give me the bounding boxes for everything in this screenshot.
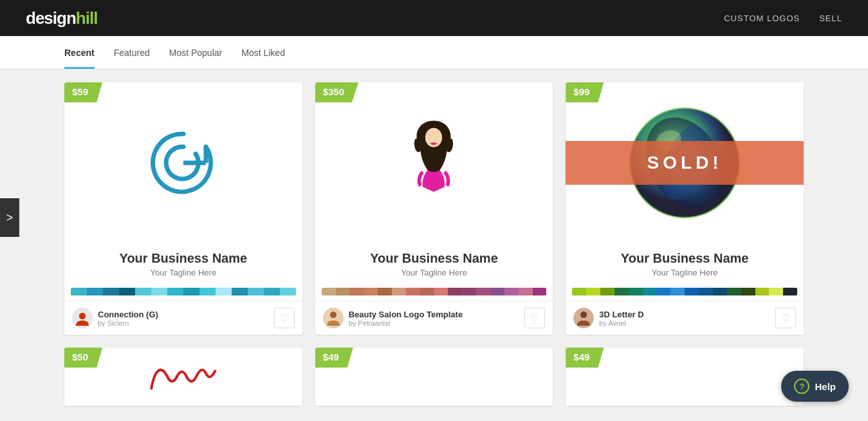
card-price-2: $350 [315, 82, 358, 102]
help-label: Help [815, 381, 836, 392]
card-image-partial-3 [566, 348, 804, 406]
header: designhill CUSTOM LOGOS SELL [0, 0, 868, 36]
card-business-2: Your Business Name Your Tagline Here [315, 243, 553, 283]
card-footer-2: Beauty Salon Logo Template by Petraartis… [315, 301, 553, 335]
author-avatar-3 [573, 308, 594, 328]
heart-button-1[interactable]: ♡ [274, 308, 295, 328]
cards-grid-partial: $50 $49 $49 [64, 348, 804, 406]
tab-most-liked[interactable]: Most Liked [241, 36, 285, 69]
logo-title-3: 3D Letter D [599, 310, 643, 319]
card-beauty-salon: $350 Your Business Name [315, 82, 553, 335]
tab-recent[interactable]: Recent [64, 36, 95, 69]
tab-most-popular[interactable]: Most Popular [169, 36, 222, 69]
sold-text: SOLD! [647, 153, 723, 173]
color-palette-3 [572, 288, 797, 295]
business-tagline-3: Your Tagline Here [572, 268, 797, 277]
card-partial-3: $49 [566, 348, 804, 406]
card-price-partial-3: $49 [566, 348, 604, 368]
cards-grid: $59 Your Business Name Your Tagline Here [64, 82, 804, 335]
card-price-1: $59 [64, 82, 102, 102]
logo-title-2: Beauty Salon Logo Template [349, 310, 463, 319]
author-info-3: 3D Letter D by Avriel [599, 310, 643, 327]
heart-button-3[interactable]: ♡ [775, 308, 796, 328]
logo-author-1: by Siclern [98, 319, 158, 327]
card-3d-letter-d: $99 [566, 82, 804, 335]
help-button[interactable]: ? Help [781, 371, 849, 402]
business-name-3: Your Business Name [572, 251, 797, 266]
business-tagline-2: Your Tagline Here [322, 268, 547, 277]
logo-title-1: Connection (G) [98, 310, 158, 319]
card-connection-g: $59 Your Business Name Your Tagline Here [64, 82, 302, 335]
tab-featured[interactable]: Featured [114, 36, 150, 69]
author-info-1: Connection (G) by Siclern [98, 310, 158, 327]
business-name-2: Your Business Name [322, 251, 547, 266]
logo-author-2: by Petraartist [349, 319, 463, 327]
prev-arrow[interactable]: > [0, 198, 19, 237]
card-footer-1: Connection (G) by Siclern ♡ [64, 301, 302, 335]
business-tagline-1: Your Tagline Here [71, 268, 296, 277]
author-avatar-2 [323, 308, 344, 328]
card-image-3: SOLD! [566, 82, 804, 243]
tabs-bar: Recent Featured Most Popular Most Liked [0, 36, 868, 70]
connection-g-logo [145, 124, 222, 201]
nav-custom-logos[interactable]: CUSTOM LOGOS [724, 14, 800, 23]
partial-logo-1 [145, 357, 222, 396]
nav-sell[interactable]: SELL [819, 14, 842, 23]
business-name-1: Your Business Name [71, 251, 296, 266]
card-price-partial-1: $50 [64, 348, 102, 368]
card-author-2: Beauty Salon Logo Template by Petraartis… [323, 308, 463, 328]
card-author-3: 3D Letter D by Avriel [573, 308, 643, 328]
beauty-salon-logo [402, 115, 466, 211]
card-business-3: Your Business Name Your Tagline Here [566, 243, 804, 283]
logo[interactable]: designhill [26, 8, 97, 28]
logo-author-3: by Avriel [599, 319, 643, 327]
color-palette-1 [71, 288, 296, 295]
card-partial-1: $50 [64, 348, 302, 406]
card-author-1: Connection (G) by Siclern [72, 308, 158, 328]
sold-overlay: SOLD! [566, 141, 804, 185]
heart-button-2[interactable]: ♡ [524, 308, 545, 328]
logo-hill-text: hill [76, 8, 98, 28]
logo-design-text: design [26, 8, 76, 28]
author-info-2: Beauty Salon Logo Template by Petraartis… [349, 310, 463, 327]
card-business-1: Your Business Name Your Tagline Here [64, 243, 302, 283]
card-image-partial-2 [315, 348, 553, 406]
card-price-partial-2: $49 [315, 348, 353, 368]
card-footer-3: 3D Letter D by Avriel ♡ [566, 301, 804, 335]
color-palette-2 [322, 288, 547, 295]
card-image-partial-1 [64, 348, 302, 406]
header-nav: CUSTOM LOGOS SELL [724, 14, 842, 23]
card-price-3: $99 [566, 82, 604, 102]
card-image-2 [315, 82, 553, 243]
author-avatar-1 [72, 308, 93, 328]
card-partial-2: $49 [315, 348, 553, 406]
main-content: > $59 Your Business Name Your Tagline [0, 70, 868, 418]
card-image-1 [64, 82, 302, 243]
help-icon: ? [794, 379, 809, 394]
tabs: Recent Featured Most Popular Most Liked [64, 36, 804, 69]
